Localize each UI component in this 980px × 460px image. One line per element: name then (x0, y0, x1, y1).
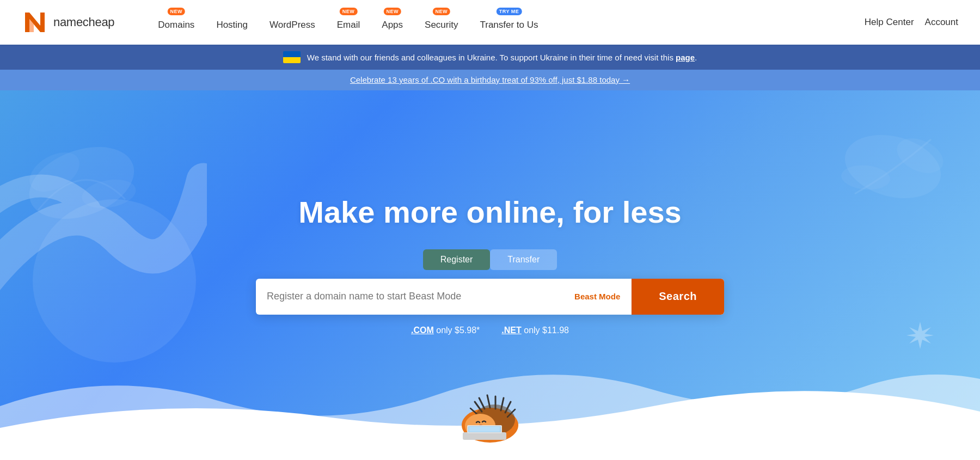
deco-curve-icon (0, 123, 207, 352)
starfish-icon (904, 319, 936, 352)
promo-banner: Celebrate 13 years of .CO with a birthda… (0, 70, 980, 90)
com-ext: .COM (411, 326, 434, 335)
hero-section: Make more online, for less Register Tran… (0, 90, 980, 450)
search-tabs: Register Transfer (423, 249, 558, 270)
com-price-val: only $5.98* (436, 326, 480, 335)
email-badge: NEW (340, 8, 358, 15)
logo-icon (22, 9, 48, 35)
mascot-container (446, 373, 534, 444)
tab-register[interactable]: Register (423, 249, 491, 270)
apps-label: Apps (382, 20, 403, 30)
net-price-link[interactable]: .NET only $11.98 (501, 326, 569, 335)
security-badge: NEW (433, 8, 451, 15)
search-button[interactable]: Search (632, 279, 724, 315)
apps-badge: NEW (383, 8, 401, 15)
nav-item-domains[interactable]: NEW Domains (147, 0, 205, 45)
beast-mode-label[interactable]: Beast Mode (564, 279, 632, 315)
domain-search-input[interactable] (256, 279, 564, 315)
domains-badge: NEW (168, 8, 186, 15)
nav-item-wordpress[interactable]: WordPress (259, 0, 326, 45)
nav-item-apps[interactable]: NEW Apps (371, 0, 414, 45)
search-bar: Beast Mode Search (256, 279, 724, 315)
ukraine-banner: We stand with our friends and colleagues… (0, 45, 980, 70)
main-nav: NEW Domains Hosting WordPress NEW Email … (147, 0, 865, 45)
ukraine-page-link[interactable]: page (676, 53, 695, 62)
site-header: namecheap NEW Domains Hosting WordPress … (0, 0, 980, 45)
nav-item-transfer[interactable]: TRY ME Transfer to Us (469, 0, 549, 45)
hero-title: Make more online, for less (298, 194, 681, 230)
nav-item-email[interactable]: NEW Email (326, 0, 371, 45)
security-label: Security (425, 20, 458, 30)
net-price-val: only $11.98 (524, 326, 569, 335)
transfer-label: Transfer to Us (480, 20, 538, 30)
hosting-label: Hosting (216, 20, 248, 30)
ukraine-text: We stand with our friends and colleagues… (307, 53, 697, 62)
svg-rect-18 (463, 432, 506, 440)
nav-right: Help Center Account (865, 17, 958, 28)
logo-link[interactable]: namecheap (22, 9, 114, 35)
account-link[interactable]: Account (925, 17, 958, 28)
logo-text: namecheap (53, 15, 114, 29)
domain-prices: .COM only $5.98* .NET only $11.98 (411, 326, 569, 335)
flag-bottom (283, 57, 301, 63)
nav-item-security[interactable]: NEW Security (414, 0, 469, 45)
transfer-badge: TRY ME (497, 8, 522, 15)
flag-top (283, 51, 301, 57)
tab-transfer[interactable]: Transfer (490, 249, 557, 270)
net-ext: .NET (501, 326, 521, 335)
nav-item-hosting[interactable]: Hosting (205, 0, 259, 45)
hedgehog-icon (446, 373, 534, 444)
promo-link[interactable]: Celebrate 13 years of .CO with a birthda… (350, 75, 630, 84)
com-price-link[interactable]: .COM only $5.98* (411, 326, 480, 335)
ukraine-flag (283, 51, 301, 63)
wordpress-label: WordPress (270, 20, 315, 30)
domains-label: Domains (158, 20, 194, 30)
manta-right-icon (838, 123, 947, 210)
email-label: Email (337, 20, 360, 30)
svg-rect-21 (469, 427, 500, 432)
help-center-link[interactable]: Help Center (865, 17, 914, 28)
